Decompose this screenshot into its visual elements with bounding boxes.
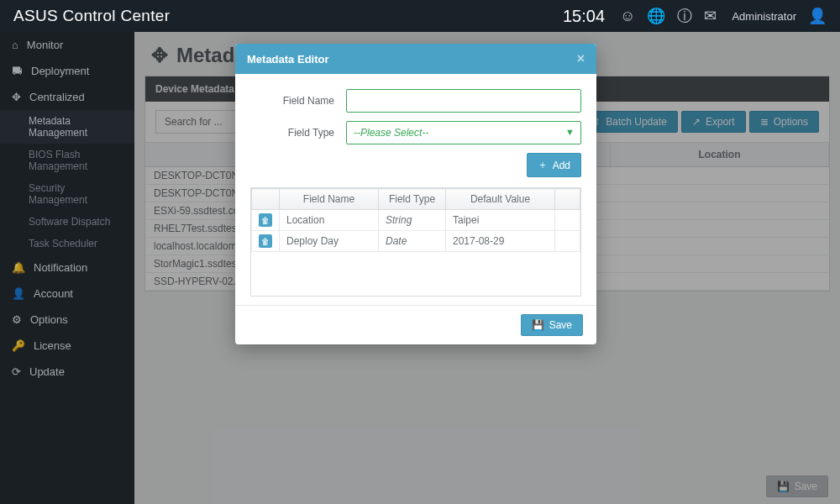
sidebar-item-account[interactable]: 👤Account (0, 281, 134, 307)
sidebar-sub-bios[interactable]: BIOS Flash Management (0, 144, 134, 177)
smile-icon[interactable]: ☺ (620, 8, 635, 25)
centralized-icon: ✥ (12, 91, 21, 103)
sidebar-item-notification[interactable]: 🔔Notification (0, 255, 134, 281)
save-button[interactable]: 💾Save (521, 314, 583, 336)
sidebar-item-deployment[interactable]: ⛟Deployment (0, 58, 134, 84)
key-icon: 🔑 (12, 339, 25, 352)
save-icon: 💾 (532, 319, 544, 331)
account-icon: 👤 (12, 287, 25, 300)
close-icon[interactable]: × (577, 51, 585, 66)
sidebar-item-update[interactable]: ⟳Update (0, 359, 134, 385)
sidebar-item-license[interactable]: 🔑License (0, 333, 134, 359)
bell-icon: 🔔 (12, 261, 25, 274)
sidebar-item-options[interactable]: ⚙Options (0, 307, 134, 333)
col-fieldtype: Field Type (379, 189, 446, 210)
deploy-icon: ⛟ (12, 65, 23, 77)
metadata-row: 🗑 Deploy Day Date 2017-08-29 (252, 231, 580, 252)
col-extra (555, 189, 580, 210)
delete-icon[interactable]: 🗑 (259, 234, 272, 248)
modal-header: Metadata Editor × (235, 44, 596, 74)
metadata-table: Field Name Field Type Default Value 🗑 Lo… (251, 188, 580, 252)
topbar-right: 15:04 ☺ 🌐 ⓘ ✉ Administrator 👤 (563, 6, 827, 26)
topbar: ASUS Control Center 15:04 ☺ 🌐 ⓘ ✉ Admini… (0, 0, 840, 32)
sidebar-sub-security[interactable]: Security Management (0, 177, 134, 211)
plus-icon: ＋ (538, 158, 548, 172)
col-default: Default Value (446, 189, 555, 210)
metadata-row: 🗑 Location String Taipei (252, 210, 580, 231)
mail-icon[interactable]: ✉ (704, 7, 717, 25)
globe-icon[interactable]: 🌐 (647, 7, 665, 25)
sidebar: ⌂Monitor ⛟Deployment ✥Centralized Metada… (0, 32, 134, 504)
clock: 15:04 (563, 7, 605, 26)
gear-icon: ⚙ (12, 313, 22, 326)
field-type-select[interactable]: --Please Select-- (346, 121, 581, 144)
sidebar-sub-software[interactable]: Software Dispatch (0, 211, 134, 233)
sidebar-item-centralized[interactable]: ✥Centralized (0, 84, 134, 110)
home-icon: ⌂ (12, 39, 18, 51)
add-button[interactable]: ＋Add (527, 153, 581, 177)
metadata-editor-modal: Metadata Editor × Field Name Field Type … (235, 44, 596, 344)
admin-label[interactable]: Administrator (732, 10, 796, 23)
brand: ASUS Control Center (13, 7, 170, 25)
delete-icon[interactable]: 🗑 (259, 213, 272, 227)
field-name-input[interactable] (346, 89, 581, 113)
field-type-label: Field Type (250, 127, 334, 139)
modal-title: Metadata Editor (247, 53, 329, 66)
update-icon: ⟳ (12, 365, 21, 378)
sidebar-sub-metadata[interactable]: Metadata Management (0, 110, 134, 144)
col-fieldname: Field Name (280, 189, 379, 210)
field-name-label: Field Name (250, 95, 334, 107)
sidebar-item-monitor[interactable]: ⌂Monitor (0, 32, 134, 58)
info-icon[interactable]: ⓘ (677, 6, 692, 26)
user-icon[interactable]: 👤 (808, 7, 827, 25)
col-delete (252, 189, 280, 210)
sidebar-sub-task[interactable]: Task Scheduler (0, 233, 134, 255)
